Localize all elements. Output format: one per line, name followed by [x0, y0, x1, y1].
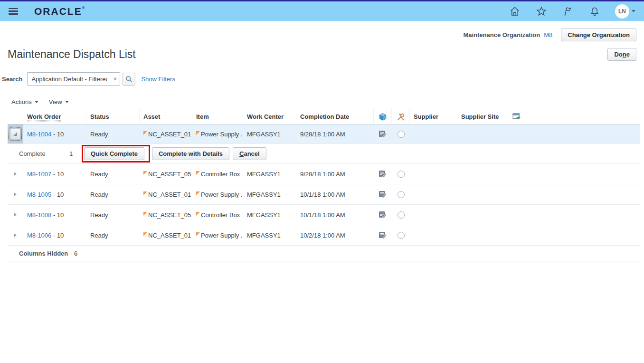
asset-cell: NC_ASSET_01	[148, 131, 191, 138]
avatar[interactable]: LN	[615, 4, 629, 19]
expand-row-button[interactable]	[14, 213, 17, 217]
actions-menu[interactable]: Actions	[11, 98, 38, 105]
columns-hidden-label: Columns Hidden	[19, 250, 74, 257]
completion-date-cell: 10/1/18 1:00 AM	[296, 191, 374, 198]
radio-indicator[interactable]	[398, 131, 405, 138]
completion-date-cell: 10/1/18 1:00 AM	[296, 211, 374, 219]
status-cell: Ready	[86, 211, 140, 219]
expander-column-header	[8, 109, 23, 124]
table-row[interactable]: M8-1005 - 10 Ready NC_ASSET_01 Power Sup…	[8, 184, 640, 205]
work-order-link[interactable]: M8-1006	[27, 232, 51, 239]
status-cell: Ready	[86, 232, 140, 239]
flag-icon	[196, 232, 200, 236]
home-icon[interactable]	[509, 5, 521, 18]
note-edit-icon[interactable]	[374, 170, 392, 178]
maintenance-organization-value[interactable]: M8	[544, 31, 552, 38]
work-order-link[interactable]: M8-1005	[27, 191, 51, 198]
favorites-star-icon[interactable]	[535, 5, 548, 18]
search-label: Search	[2, 76, 22, 83]
column-header-supplier-site[interactable]: Supplier Site	[457, 109, 507, 124]
note-edit-icon[interactable]	[374, 130, 392, 138]
asset-cell: NC_ASSET_01	[148, 191, 191, 198]
clear-search-icon[interactable]: ×	[113, 76, 117, 82]
column-header-supplier[interactable]: Supplier	[410, 109, 457, 124]
radio-indicator[interactable]	[398, 211, 405, 219]
column-header-detach-window-icon	[507, 109, 526, 124]
flag-icon	[196, 131, 200, 135]
column-header-work-center[interactable]: Work Center	[243, 109, 296, 124]
work-center-cell: MFGASSY1	[243, 191, 296, 198]
chevron-down-icon	[632, 10, 635, 12]
run-search-button[interactable]	[123, 73, 135, 86]
notifications-bell-icon[interactable]	[588, 5, 601, 18]
page-title: Maintenance Dispatch List	[8, 48, 136, 61]
radio-indicator[interactable]	[398, 171, 405, 178]
flag-icon	[196, 191, 200, 195]
expand-row-button[interactable]	[14, 192, 17, 196]
column-header-tools-icon	[392, 109, 410, 124]
chevron-down-icon	[65, 101, 69, 103]
expand-row-button[interactable]	[14, 172, 17, 176]
work-order-suffix: - 10	[53, 191, 64, 198]
done-button[interactable]: Done	[607, 48, 636, 61]
note-edit-icon[interactable]	[374, 191, 392, 198]
table-row[interactable]: M8-1004 - 10 Ready NC_ASSET_01 Power Sup…	[8, 124, 640, 144]
work-order-link[interactable]: M8-1004	[27, 131, 51, 138]
work-order-link[interactable]: M8-1007	[27, 171, 51, 178]
item-cell: Power Supply ...	[201, 131, 243, 138]
work-center-cell: MFGASSY1	[243, 131, 296, 138]
flag-icon	[143, 171, 147, 175]
table-header-row: Work Order Status Asset Item Work Center…	[8, 109, 640, 124]
item-cell: Controller Box	[201, 211, 240, 219]
completion-date-cell: 10/2/18 1:00 AM	[296, 232, 374, 239]
quick-complete-button[interactable]: Quick Complete	[84, 147, 144, 160]
column-header-status[interactable]: Status	[86, 109, 140, 124]
complete-with-details-button[interactable]: Complete with Details	[152, 147, 229, 160]
menu-icon[interactable]	[9, 8, 18, 15]
completion-date-cell: 9/28/18 1:00 AM	[296, 171, 374, 178]
flag-icon	[143, 212, 147, 216]
column-header-asset[interactable]: Asset	[140, 109, 192, 124]
flag-watchlist-icon[interactable]	[562, 5, 574, 18]
global-header: ORACLE® LN	[0, 0, 644, 21]
cancel-button[interactable]: Cancel	[233, 147, 266, 160]
work-order-suffix: - 10	[53, 171, 64, 178]
show-filters-link[interactable]: Show Filters	[141, 76, 175, 83]
expand-row-button[interactable]	[14, 233, 17, 237]
table-row[interactable]: M8-1007 - 10 Ready NC_ASSET_05 Controlle…	[8, 164, 640, 184]
radio-indicator[interactable]	[398, 191, 405, 198]
flag-icon	[196, 212, 200, 216]
completion-date-cell: 9/28/18 1:00 AM	[296, 131, 374, 138]
item-cell: Power Supply ...	[201, 191, 243, 198]
work-order-link[interactable]: M8-1008	[27, 211, 51, 219]
change-organization-button[interactable]: Change Organization	[561, 29, 636, 41]
note-edit-icon[interactable]	[374, 211, 392, 219]
column-header-item[interactable]: Item	[192, 109, 243, 124]
complete-quantity: 1	[69, 150, 82, 157]
column-header-work-order[interactable]: Work Order	[27, 113, 61, 120]
oracle-logo: ORACLE®	[34, 6, 86, 17]
work-order-suffix: - 10	[53, 232, 64, 239]
view-menu[interactable]: View	[49, 98, 69, 105]
saved-search-input[interactable]	[27, 72, 120, 86]
column-header-completion-date[interactable]: Completion Date	[296, 109, 374, 124]
columns-hidden-count: 6	[74, 250, 77, 257]
table-row[interactable]: M8-1008 - 10 Ready NC_ASSET_05 Controlle…	[8, 205, 640, 225]
flag-icon	[143, 131, 147, 135]
flag-icon	[196, 171, 200, 175]
org-context-bar: Maintenance Organization M8 Change Organ…	[0, 21, 644, 41]
user-menu[interactable]: LN	[615, 4, 635, 19]
flag-icon	[143, 191, 147, 195]
asset-cell: NC_ASSET_01	[148, 232, 191, 239]
radio-indicator[interactable]	[398, 232, 405, 239]
complete-label: Complete	[19, 150, 69, 157]
work-order-suffix: - 10	[53, 211, 64, 219]
collapse-row-button[interactable]	[10, 129, 20, 139]
note-edit-icon[interactable]	[374, 231, 392, 239]
table-footer: Columns Hidden 6	[8, 246, 640, 261]
item-cell: Power Supply ...	[201, 232, 243, 239]
column-header-asset-cube-icon	[374, 109, 392, 124]
asset-cell: NC_ASSET_05	[148, 211, 191, 219]
table-row[interactable]: M8-1006 - 10 Ready NC_ASSET_01 Power Sup…	[8, 225, 640, 246]
work-center-cell: MFGASSY1	[243, 211, 296, 219]
